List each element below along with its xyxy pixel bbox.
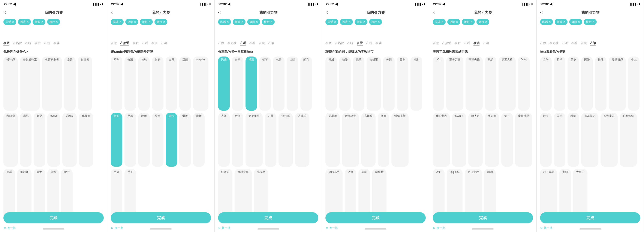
remove-tag-icon[interactable]: ✕	[241, 20, 243, 23]
option-item[interactable]: 阴阳师	[485, 113, 499, 167]
option-item[interactable]: 吃鸡	[485, 56, 496, 111]
tab-在做[interactable]: 在做	[540, 41, 546, 46]
option-item[interactable]: cosplay	[193, 56, 208, 111]
option-item[interactable]: 假面骑士	[342, 113, 359, 167]
option-item[interactable]: 魔道祖师	[609, 56, 626, 111]
tag-chip[interactable]: 旅行✕	[262, 19, 275, 25]
option-item[interactable]: 守望先锋	[466, 56, 483, 111]
remove-tag-icon[interactable]: ✕	[549, 20, 551, 23]
tag-chip[interactable]: 摄影✕	[32, 19, 46, 25]
back-button[interactable]: <	[326, 10, 328, 15]
tab-在看[interactable]: 在看	[571, 41, 577, 46]
tag-chip[interactable]: 旅行✕	[47, 19, 60, 25]
remove-tag-icon[interactable]: ✕	[134, 20, 136, 23]
option-item[interactable]: 尤克里里	[246, 113, 263, 167]
tab-在热爱[interactable]: 在热爱	[442, 41, 451, 46]
done-button[interactable]: 完成	[433, 212, 533, 223]
tag-chip[interactable]: 民谣✕	[433, 19, 446, 25]
tab-在看[interactable]: 在看	[464, 41, 470, 46]
tag-chip[interactable]: 摄影✕	[569, 19, 582, 25]
tab-在做[interactable]: 在做	[111, 41, 117, 46]
option-item[interactable]: Dota	[518, 56, 530, 111]
option-item[interactable]: 散文	[540, 113, 552, 167]
remove-tag-icon[interactable]: ✕	[41, 20, 43, 23]
option-item[interactable]: 小说	[628, 56, 640, 111]
tab-在看[interactable]: 在看	[142, 41, 148, 46]
tab-在玩[interactable]: 在玩	[581, 41, 587, 46]
tab-在听[interactable]: 在听	[25, 41, 31, 46]
tab-在听[interactable]: 在听	[240, 41, 246, 46]
option-item[interactable]: 古风	[166, 56, 177, 111]
tab-在听[interactable]: 在听	[454, 41, 460, 46]
option-item[interactable]: 我的世界	[433, 113, 450, 167]
tab-在做[interactable]: 在做	[326, 41, 332, 46]
option-item[interactable]: 科幻	[568, 113, 579, 167]
remove-tag-icon[interactable]: ✕	[227, 20, 229, 23]
remove-tag-icon[interactable]: ✕	[470, 20, 472, 23]
remove-tag-icon[interactable]: ✕	[456, 20, 458, 23]
tab-在看[interactable]: 在看	[249, 41, 255, 46]
done-button[interactable]: 完成	[218, 212, 318, 223]
option-item[interactable]: 创业者	[78, 56, 92, 111]
remove-tag-icon[interactable]: ✕	[56, 20, 58, 23]
option-item[interactable]: 周星驰	[326, 113, 340, 167]
option-item[interactable]: 狼人杀	[468, 113, 483, 167]
remove-tag-icon[interactable]: ✕	[148, 20, 150, 23]
tab-在玩[interactable]: 在玩	[474, 41, 480, 46]
option-item[interactable]: 日剧	[397, 56, 408, 111]
tag-chip[interactable]: 摇滚✕	[340, 19, 353, 25]
option-item[interactable]: LOL	[433, 56, 444, 111]
option-item[interactable]: 舞见	[34, 113, 45, 167]
option-item[interactable]: 旅行	[166, 113, 177, 167]
tab-在读[interactable]: 在读	[268, 41, 274, 46]
done-button[interactable]: 完成	[540, 212, 640, 223]
tab-在热爱[interactable]: 在热爱	[228, 41, 236, 46]
done-button[interactable]: 完成	[111, 212, 211, 223]
remove-tag-icon[interactable]: ✕	[348, 20, 351, 23]
remove-tag-icon[interactable]: ✕	[592, 20, 594, 23]
option-item[interactable]: 滑板	[179, 113, 191, 167]
back-button[interactable]: <	[540, 10, 543, 15]
tag-chip[interactable]: 旅行✕	[476, 19, 489, 25]
option-item[interactable]: 东野圭吾	[600, 113, 618, 167]
tab-在读[interactable]: 在读	[376, 41, 382, 46]
remove-tag-icon[interactable]: ✕	[563, 20, 565, 23]
remove-tag-icon[interactable]: ✕	[12, 20, 14, 23]
back-button[interactable]: <	[433, 10, 435, 15]
option-item[interactable]: 韩剧	[410, 56, 422, 111]
option-item[interactable]: 蜡笔小新	[392, 113, 408, 167]
option-item[interactable]: 后摇	[232, 113, 243, 167]
option-item[interactable]: 美剧	[383, 56, 395, 111]
option-item[interactable]: 流行乐	[278, 113, 293, 167]
option-item[interactable]: 剑三	[501, 113, 513, 167]
remove-tag-icon[interactable]: ✕	[256, 20, 258, 23]
tab-在看[interactable]: 在看	[357, 41, 363, 46]
tab-在读[interactable]: 在读	[590, 41, 596, 46]
option-item[interactable]: 推理	[595, 56, 606, 111]
option-item[interactable]: 健身	[152, 56, 164, 111]
tag-chip[interactable]: 摇滚✕	[555, 19, 568, 25]
tag-chip[interactable]: 摄影✕	[462, 19, 475, 25]
option-item[interactable]: 文学	[540, 56, 552, 111]
option-item[interactable]: 摄影	[111, 113, 122, 167]
option-item[interactable]: 说唱	[287, 56, 298, 111]
tab-在热爱[interactable]: 在热爱	[120, 41, 129, 46]
remove-tag-icon[interactable]: ✕	[26, 20, 29, 23]
tab-在听[interactable]: 在听	[347, 41, 353, 46]
tag-chip[interactable]: 旅行✕	[154, 19, 167, 25]
option-item[interactable]: 写作	[111, 56, 122, 111]
tag-chip[interactable]: 摄影✕	[140, 19, 153, 25]
option-item[interactable]: 教育从业者	[42, 56, 62, 111]
remove-tag-icon[interactable]: ✕	[163, 20, 165, 23]
option-item[interactable]: 柯南	[378, 113, 389, 167]
tab-在玩[interactable]: 在玩	[259, 41, 265, 46]
tag-chip[interactable]: 民谣✕	[540, 19, 553, 25]
option-item[interactable]: 动漫	[339, 56, 351, 111]
option-item[interactable]: 朗克	[300, 56, 312, 111]
option-item[interactable]: 古典乐	[295, 113, 309, 167]
option-item[interactable]: 漫威	[326, 56, 337, 111]
tag-chip[interactable]: 摄影✕	[247, 19, 260, 25]
option-item[interactable]: Steam	[452, 113, 466, 167]
option-item[interactable]: 跳舞	[138, 113, 150, 167]
option-item[interactable]: 古琴	[265, 113, 276, 167]
